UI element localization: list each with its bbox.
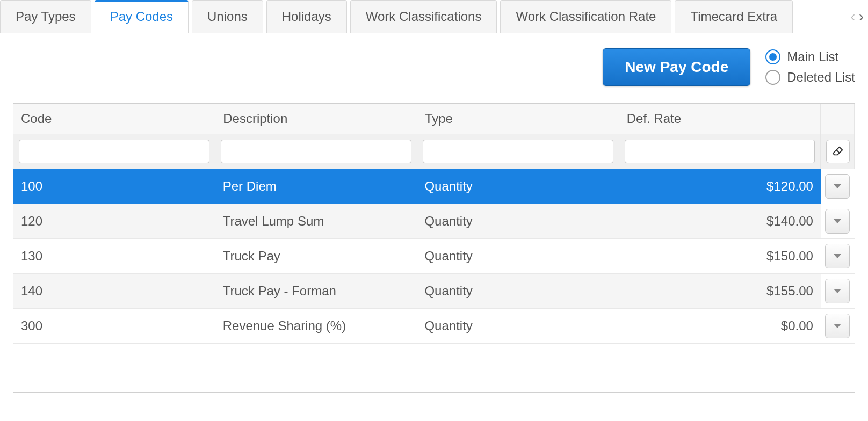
cell-type: Quantity xyxy=(417,274,619,309)
list-filter-radio-group: Main List Deleted List xyxy=(765,49,855,85)
row-menu-button[interactable] xyxy=(825,209,850,234)
filter-row xyxy=(13,134,855,169)
col-header-code[interactable]: Code xyxy=(13,104,215,134)
cell-code: 100 xyxy=(13,169,215,204)
radio-icon xyxy=(765,49,780,64)
cell-def_rate: $150.00 xyxy=(619,239,821,274)
row-menu-button[interactable] xyxy=(825,314,850,338)
tab-scroll-nav: ‹ › xyxy=(846,0,868,33)
cell-description: Travel Lump Sum xyxy=(215,204,417,239)
cell-type: Quantity xyxy=(417,204,619,239)
col-header-def-rate[interactable]: Def. Rate xyxy=(619,104,821,134)
tab-work-classification-rate[interactable]: Work Classification Rate xyxy=(500,0,671,33)
chevron-down-icon xyxy=(834,254,841,258)
tab-pay-types[interactable]: Pay Types xyxy=(0,0,91,33)
col-header-actions xyxy=(821,104,855,134)
tab-holidays[interactable]: Holidays xyxy=(266,0,347,33)
filter-type-input[interactable] xyxy=(423,140,613,163)
row-action-cell xyxy=(821,274,855,309)
cell-def_rate: $120.00 xyxy=(619,169,821,204)
cell-type: Quantity xyxy=(417,309,619,344)
col-header-description[interactable]: Description xyxy=(215,104,417,134)
chevron-down-icon xyxy=(834,184,841,188)
table-empty-area xyxy=(13,344,855,392)
cell-code: 140 xyxy=(13,274,215,309)
cell-code: 120 xyxy=(13,204,215,239)
row-menu-button[interactable] xyxy=(825,244,850,268)
table-header-row: Code Description Type Def. Rate xyxy=(13,104,855,134)
row-action-cell xyxy=(821,309,855,344)
table-row[interactable]: 120Travel Lump SumQuantity$140.00 xyxy=(13,204,855,239)
eraser-icon xyxy=(832,146,844,157)
chevron-down-icon xyxy=(834,289,841,293)
toolbar: New Pay Code Main List Deleted List xyxy=(0,33,868,92)
row-action-cell xyxy=(821,204,855,239)
filter-description-input[interactable] xyxy=(221,140,411,163)
new-pay-code-button[interactable]: New Pay Code xyxy=(603,48,750,86)
tab-work-classifications[interactable]: Work Classifications xyxy=(350,0,497,33)
clear-filters-button[interactable] xyxy=(826,140,850,163)
radio-icon xyxy=(765,70,780,85)
row-menu-button[interactable] xyxy=(825,174,850,199)
row-action-cell xyxy=(821,169,855,204)
cell-description: Revenue Sharing (%) xyxy=(215,309,417,344)
radio-label: Main List xyxy=(787,49,838,64)
table-row[interactable]: 140Truck Pay - FormanQuantity$155.00 xyxy=(13,274,855,309)
radio-deleted-list[interactable]: Deleted List xyxy=(765,70,855,85)
table-row[interactable]: 300Revenue Sharing (%)Quantity$0.00 xyxy=(13,309,855,344)
filter-code-input[interactable] xyxy=(19,140,209,163)
row-menu-button[interactable] xyxy=(825,279,850,303)
table-body: 100Per DiemQuantity$120.00120Travel Lump… xyxy=(13,169,855,344)
cell-description: Per Diem xyxy=(215,169,417,204)
chevron-down-icon xyxy=(834,324,841,328)
radio-main-list[interactable]: Main List xyxy=(765,49,855,64)
chevron-down-icon xyxy=(834,219,841,223)
pay-codes-table: Code Description Type Def. Rate xyxy=(13,103,855,393)
radio-label: Deleted List xyxy=(787,70,855,85)
tab-pay-codes[interactable]: Pay Codes xyxy=(95,0,189,33)
cell-code: 300 xyxy=(13,309,215,344)
tab-scroll-right[interactable]: › xyxy=(859,8,864,25)
filter-def-rate-input[interactable] xyxy=(625,140,815,163)
tab-bar: Pay TypesPay CodesUnionsHolidaysWork Cla… xyxy=(0,0,868,33)
row-action-cell xyxy=(821,239,855,274)
tab-unions[interactable]: Unions xyxy=(192,0,263,33)
cell-description: Truck Pay - Forman xyxy=(215,274,417,309)
cell-code: 130 xyxy=(13,239,215,274)
cell-type: Quantity xyxy=(417,239,619,274)
col-header-type[interactable]: Type xyxy=(417,104,619,134)
cell-def_rate: $0.00 xyxy=(619,309,821,344)
tab-timecard-extra[interactable]: Timecard Extra xyxy=(675,0,793,33)
table-row[interactable]: 130Truck PayQuantity$150.00 xyxy=(13,239,855,274)
cell-type: Quantity xyxy=(417,169,619,204)
table-row[interactable]: 100Per DiemQuantity$120.00 xyxy=(13,169,855,204)
cell-description: Truck Pay xyxy=(215,239,417,274)
cell-def_rate: $155.00 xyxy=(619,274,821,309)
tab-scroll-left[interactable]: ‹ xyxy=(850,8,855,25)
cell-def_rate: $140.00 xyxy=(619,204,821,239)
